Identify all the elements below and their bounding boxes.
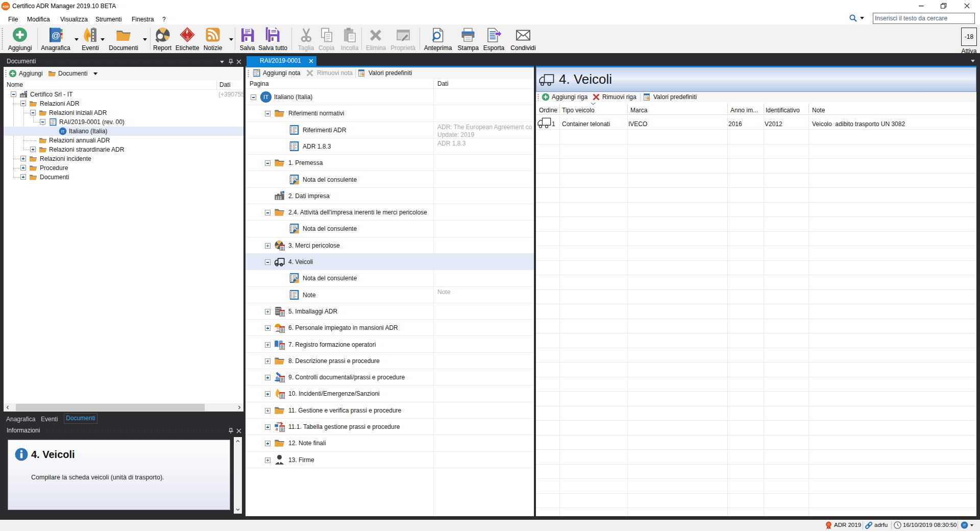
svg-text:ADR: ADR [3, 5, 9, 8]
